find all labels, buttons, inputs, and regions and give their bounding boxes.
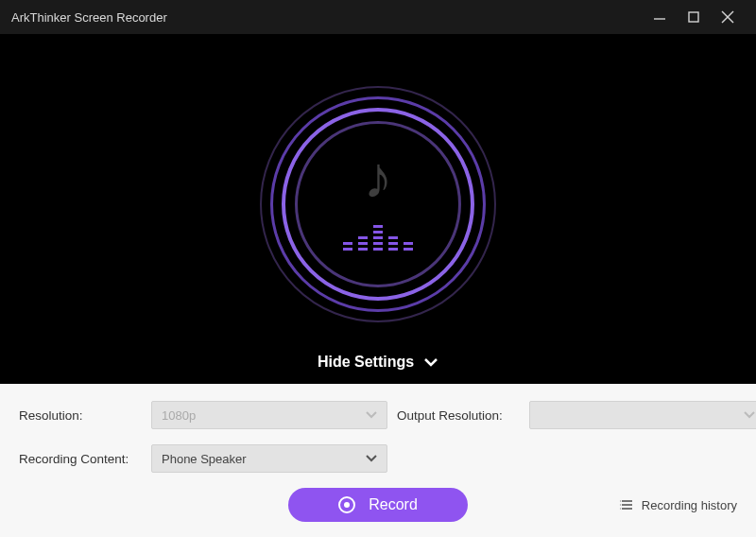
hide-settings-toggle[interactable]: Hide Settings — [318, 354, 438, 371]
window-title: ArkThinker Screen Recorder — [11, 10, 643, 25]
record-button[interactable]: Record — [288, 488, 468, 522]
chevron-down-icon — [744, 409, 755, 421]
minimize-button[interactable] — [643, 4, 677, 30]
recording-content-select[interactable]: Phone Speaker — [151, 444, 387, 473]
recording-history-button[interactable]: Recording history — [619, 497, 737, 512]
output-resolution-select[interactable] — [529, 401, 756, 429]
recording-history-label: Recording history — [642, 498, 737, 512]
chevron-down-icon — [366, 453, 377, 464]
chevron-down-icon — [423, 355, 438, 370]
record-label: Record — [369, 496, 418, 513]
settings-grid: Resolution: 1080p Output Resolution: Rec… — [19, 401, 737, 473]
resolution-value: 1080p — [162, 408, 196, 423]
close-button[interactable] — [711, 4, 745, 30]
maximize-icon — [687, 10, 700, 24]
resolution-label: Resolution: — [19, 408, 142, 423]
recording-content-label: Recording Content: — [19, 452, 142, 466]
record-icon — [338, 496, 355, 513]
audio-visualizer: ♪ — [260, 86, 496, 322]
chevron-down-icon — [366, 409, 377, 421]
settings-panel: Resolution: 1080p Output Resolution: Rec… — [0, 384, 756, 537]
hide-settings-label: Hide Settings — [318, 354, 414, 371]
bottom-bar: Record Recording history — [19, 486, 737, 524]
maximize-button[interactable] — [677, 4, 711, 30]
resolution-select[interactable]: 1080p — [151, 401, 387, 429]
output-resolution-label: Output Resolution: — [397, 408, 520, 423]
minimize-icon — [653, 10, 666, 24]
svg-rect-1 — [689, 12, 698, 22]
history-list-icon — [619, 497, 634, 512]
preview-stage: ♪ Hide Settings — [0, 34, 756, 384]
visualizer-ring — [295, 121, 461, 287]
titlebar: ArkThinker Screen Recorder — [0, 0, 756, 34]
recording-content-value: Phone Speaker — [162, 452, 247, 466]
close-icon — [721, 10, 734, 24]
